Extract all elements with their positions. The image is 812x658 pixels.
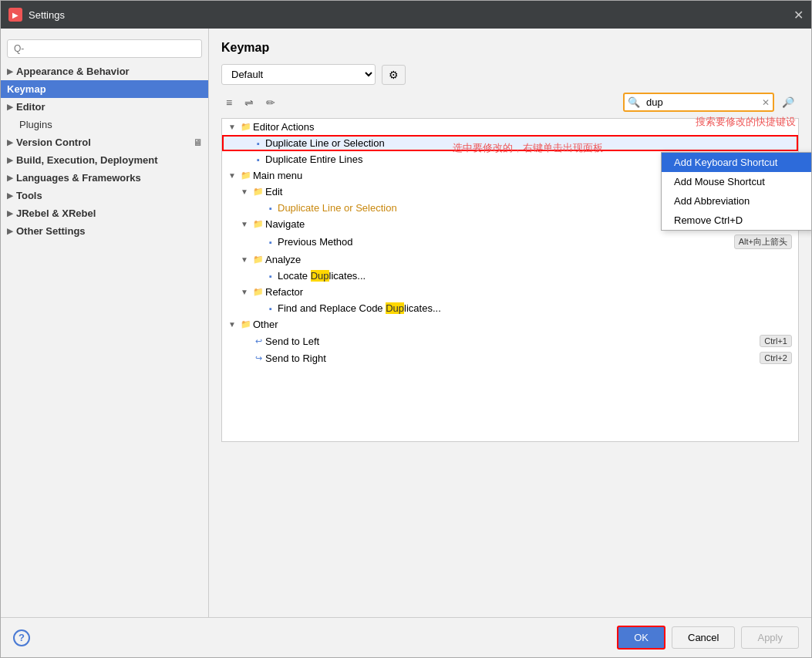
collapse-all-button[interactable]: ⇌ [240, 93, 258, 112]
edit-button[interactable]: ✏ [261, 93, 280, 112]
shortcut-badge-right: Ctrl+2 [760, 352, 792, 364]
keymap-gear-button[interactable]: ⚙ [382, 65, 406, 85]
settings-window: ▶ Settings ✕ ▶ Appearance & Behavior Key… [0, 0, 812, 658]
keymap-select[interactable]: Default [221, 64, 376, 85]
sidebar-item-other[interactable]: ▶ Other Settings [1, 222, 208, 240]
collapse-icon: ▼ [241, 187, 251, 196]
folder-icon: 📁 [251, 287, 265, 298]
folder-icon: 📁 [239, 170, 253, 181]
folder-icon: 📁 [239, 319, 253, 330]
search-toolbar: ≡ ⇌ ✏ 🔍 ✕ 🔎 [221, 93, 799, 112]
sidebar-item-jrebel-label: JRebel & XRebel [16, 208, 96, 219]
sidebar-item-jrebel[interactable]: ▶ JRebel & XRebel [1, 204, 208, 222]
sidebar-item-vc-label: Version Control [16, 137, 91, 148]
collapse-icon: ▼ [228, 171, 239, 180]
expand-arrow-editor: ▶ [7, 103, 13, 111]
main-content: ▶ Appearance & Behavior Keymap ▶ Editor … [1, 29, 811, 617]
expand-arrow-appearance: ▶ [7, 67, 13, 76]
action-icon: ▪ [264, 303, 278, 314]
keymap-toolbar: Default ⚙ [221, 64, 799, 85]
tree-row-dup-line[interactable]: ▪ Duplicate Line or Selection [222, 135, 798, 151]
tree-label-refactor: Refactor [265, 286, 792, 298]
context-menu-item-add-keyboard[interactable]: Add Keyboard Shortcut [662, 153, 811, 172]
folder-icon: 📁 [239, 122, 253, 133]
search-clear-button[interactable]: ✕ [759, 96, 773, 110]
search-input[interactable] [643, 94, 759, 110]
action-icon: ▪ [264, 203, 278, 214]
tree-label-locate: Locate Duplicates... [278, 270, 792, 282]
tree-label-analyze: Analyze [265, 254, 792, 265]
folder-icon: 📁 [251, 187, 265, 197]
sidebar-item-appearance[interactable]: ▶ Appearance & Behavior [1, 62, 208, 80]
expand-arrow-build: ▶ [7, 156, 13, 164]
shortcut-badge-left: Ctrl+1 [760, 335, 792, 347]
tree-area: 搜索要修改的快捷键设 ▼ 📁 Editor Actions ▪ Duplicat… [221, 118, 799, 442]
panel-title: Keymap [221, 41, 799, 55]
sidebar-search-container [1, 35, 208, 62]
sidebar-item-languages[interactable]: ▶ Languages & Frameworks [1, 169, 208, 187]
sidebar-item-tools-label: Tools [16, 190, 42, 201]
sidebar-item-version-control[interactable]: ▶ Version Control 🖥 [1, 133, 208, 151]
sidebar-item-keymap[interactable]: Keymap [1, 80, 208, 98]
sidebar-item-tools[interactable]: ▶ Tools [1, 187, 208, 204]
action-icon: ▪ [264, 237, 278, 248]
collapse-icon: ▼ [241, 255, 251, 264]
footer: ? OK Cancel Apply [1, 617, 811, 657]
folder-icon: 📁 [251, 219, 265, 230]
sidebar-item-editor-label: Editor [16, 101, 45, 113]
sidebar-item-appearance-label: Appearance & Behavior [16, 66, 130, 77]
collapse-icon: ▼ [228, 123, 239, 131]
sidebar-item-plugins[interactable]: Plugins [1, 116, 208, 133]
tree-row-other[interactable]: ▼ 📁 Other [222, 316, 798, 332]
tree-row-locate-dup[interactable]: ▪ Locate Duplicates... [222, 268, 798, 284]
sidebar: ▶ Appearance & Behavior Keymap ▶ Editor … [1, 29, 209, 617]
context-menu-item-add-mouse[interactable]: Add Mouse Shortcut [662, 172, 811, 191]
sidebar-item-other-label: Other Settings [16, 225, 86, 237]
tree-row-refactor[interactable]: ▼ 📁 Refactor [222, 284, 798, 300]
sidebar-item-lang-label: Languages & Frameworks [16, 172, 141, 184]
context-menu: Add Keyboard Shortcut Add Mouse Shortcut… [661, 152, 811, 231]
expand-arrow-vc: ▶ [7, 138, 13, 147]
sidebar-item-build[interactable]: ▶ Build, Execution, Deployment [1, 151, 208, 169]
expand-arrow-jrebel: ▶ [7, 209, 13, 218]
expand-all-button[interactable]: ≡ [221, 93, 237, 112]
send-right-icon: ↪ [251, 353, 265, 363]
send-left-icon: ↩ [251, 336, 265, 346]
action-icon: ▪ [251, 138, 265, 149]
action-icon: ▪ [264, 271, 278, 282]
tree-label-send-right: Send to Right [265, 353, 326, 364]
find-usages-button[interactable]: 🔎 [777, 93, 799, 111]
collapse-icon: ▼ [228, 320, 239, 329]
tree-row-send-right[interactable]: ↪ Send to Right Ctrl+2 [222, 349, 798, 366]
collapse-icon: ▼ [241, 288, 251, 296]
close-button[interactable]: ✕ [793, 8, 804, 22]
search-box: 🔍 ✕ [623, 93, 774, 112]
folder-icon: 📁 [251, 255, 265, 265]
context-menu-item-add-abbreviation[interactable]: Add Abbreviation [662, 191, 811, 211]
sidebar-search-input[interactable] [7, 39, 202, 58]
ok-button[interactable]: OK [617, 626, 665, 650]
tree-row-send-left[interactable]: ↩ Send to Left Ctrl+1 [222, 332, 798, 349]
vc-icon: 🖥 [193, 137, 202, 148]
collapse-icon: ▼ [241, 220, 251, 228]
app-icon: ▶ [8, 8, 22, 22]
tree-label-dup-line: Duplicate Line or Selection [265, 137, 792, 149]
window-title: Settings [29, 9, 793, 21]
cancel-button[interactable]: Cancel [672, 626, 735, 649]
expand-arrow-other: ▶ [7, 227, 13, 235]
keymap-panel: Keymap Default ⚙ ≡ ⇌ ✏ 🔍 ✕ 🔎 [209, 29, 811, 617]
shortcut-badge-prev: Alt+向上箭头 [734, 235, 792, 249]
help-icon[interactable]: ? [13, 629, 30, 646]
title-bar: ▶ Settings ✕ [1, 1, 811, 29]
expand-arrow-lang: ▶ [7, 174, 13, 182]
tree-row-prev-method[interactable]: ▪ Previous Method Alt+向上箭头 [222, 232, 798, 251]
apply-button[interactable]: Apply [741, 626, 799, 649]
context-menu-item-remove[interactable]: Remove Ctrl+D [662, 211, 811, 230]
tree-label-prev-method: Previous Method [278, 236, 353, 248]
action-icon: ▪ [251, 154, 265, 165]
tree-label-find-replace: Find and Replace Code Duplicates... [278, 302, 792, 314]
tree-row-analyze[interactable]: ▼ 📁 Analyze [222, 251, 798, 268]
search-icon: 🔍 [625, 95, 643, 110]
sidebar-item-editor[interactable]: ▶ Editor [1, 98, 208, 116]
tree-row-find-replace[interactable]: ▪ Find and Replace Code Duplicates... [222, 300, 798, 316]
